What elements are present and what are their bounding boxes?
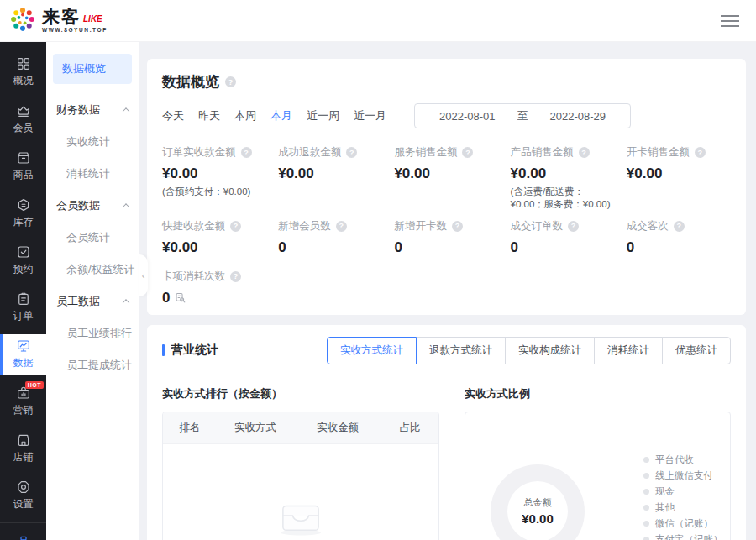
donut-center-label: 总金额 bbox=[524, 496, 552, 509]
sidebar-item-shop[interactable]: 店铺 bbox=[0, 428, 46, 469]
help-icon[interactable]: ? bbox=[462, 147, 473, 158]
submenu-group-label: 员工数据 bbox=[56, 294, 100, 309]
cash-register-icon bbox=[16, 534, 31, 540]
sidebar-item-label: 订单 bbox=[13, 309, 34, 323]
filter-last-week[interactable]: 近一周 bbox=[307, 108, 339, 123]
submenu-item-income-stats[interactable]: 实收统计 bbox=[46, 126, 139, 158]
brand-name: 来客 bbox=[42, 8, 81, 25]
help-icon[interactable]: ? bbox=[674, 221, 685, 232]
filter-today[interactable]: 今天 bbox=[162, 108, 184, 123]
stat-order-income: 订单实收款金额? ¥0.00 (含预约支付：¥0.00) bbox=[162, 145, 266, 211]
sidebar-item-members[interactable]: 会员 bbox=[0, 99, 46, 139]
stat-label: 服务销售金额 bbox=[394, 145, 457, 160]
legend-item[interactable]: 平台代收 bbox=[643, 453, 724, 466]
submenu-group-members[interactable]: 会员数据 bbox=[46, 190, 139, 222]
stat-label: 新增会员数 bbox=[278, 219, 331, 233]
legend-item[interactable]: 其他 bbox=[643, 501, 724, 514]
date-end-input[interactable]: 2022-08-29 bbox=[550, 110, 606, 123]
legend-item[interactable]: 线上微信支付 bbox=[643, 469, 724, 482]
help-icon[interactable]: ? bbox=[230, 271, 241, 282]
stat-subtext: (含预约支付：¥0.00) bbox=[162, 186, 266, 198]
legend-label: 支付宝（记账） bbox=[655, 533, 723, 540]
legend-dot-icon bbox=[643, 489, 649, 495]
stat-card-consume-count: 卡项消耗次数? 0 bbox=[162, 270, 266, 307]
submenu-item-staff-ranking[interactable]: 员工业绩排行 bbox=[46, 317, 139, 349]
legend-dot-icon bbox=[643, 537, 649, 540]
sidebar-item-marketing[interactable]: HOT 营销 bbox=[0, 381, 46, 422]
chevron-up-icon bbox=[123, 299, 129, 306]
sidebar-item-label: 概况 bbox=[13, 74, 34, 88]
legend-item[interactable]: 支付宝（记账） bbox=[643, 533, 724, 540]
date-start-input[interactable]: 2022-08-01 bbox=[439, 110, 496, 123]
stat-value: 0 bbox=[627, 239, 731, 256]
stat-value: ¥0.00 bbox=[511, 165, 615, 182]
stat-label: 快捷收款金额 bbox=[162, 219, 225, 233]
sidebar-item-booking[interactable]: 预约 bbox=[0, 240, 46, 280]
sidebar-item-orders[interactable]: 订单 bbox=[0, 287, 46, 328]
stat-completed-orders: 成交订单数? 0 bbox=[511, 219, 615, 256]
sidebar-item-products[interactable]: 商品 bbox=[0, 146, 46, 186]
help-icon[interactable]: ? bbox=[568, 221, 579, 232]
chart-legend: 平台代收 线上微信支付 现金 其他 微信（记账） 支付宝（记账） POS机（记账… bbox=[643, 453, 724, 540]
chevron-up-icon bbox=[123, 203, 129, 210]
donut-chart: 总金额 ¥0.00 bbox=[491, 464, 585, 540]
tab-refund-method[interactable]: 退款方式统计 bbox=[416, 337, 506, 364]
stat-label: 成交订单数 bbox=[511, 219, 564, 233]
filter-this-week[interactable]: 本周 bbox=[234, 108, 256, 123]
storefront-icon bbox=[16, 433, 31, 448]
submenu-item-balance-stats[interactable]: 余额/权益统计 bbox=[46, 254, 139, 286]
gear-icon bbox=[16, 480, 31, 495]
help-icon[interactable]: ? bbox=[695, 147, 706, 158]
help-icon[interactable]: ? bbox=[230, 221, 241, 232]
submenu-item-member-stats[interactable]: 会员统计 bbox=[46, 222, 139, 254]
help-icon[interactable]: ? bbox=[579, 147, 590, 158]
view-detail-icon[interactable] bbox=[175, 292, 186, 304]
date-range-picker[interactable]: 2022-08-01 至 2022-08-29 bbox=[414, 103, 631, 128]
tab-income-composition[interactable]: 实收构成统计 bbox=[505, 337, 595, 364]
brand-logo[interactable]: 来客 LIKE WWW.8GYUN.TOP bbox=[8, 5, 108, 37]
stat-label: 开卡销售金额 bbox=[627, 145, 690, 160]
crown-icon bbox=[16, 103, 31, 118]
stat-label: 成功退款金额 bbox=[278, 145, 341, 160]
help-icon[interactable]: ? bbox=[452, 221, 463, 232]
submenu-item-staff-commission[interactable]: 员工提成统计 bbox=[46, 349, 139, 381]
legend-item[interactable]: 微信（记账） bbox=[643, 517, 724, 530]
submenu-group-staff[interactable]: 员工数据 bbox=[46, 286, 139, 317]
submenu-item-data-overview[interactable]: 数据概览 bbox=[53, 54, 132, 84]
submenu-group-finance[interactable]: 财务数据 bbox=[46, 94, 139, 126]
legend-dot-icon bbox=[643, 521, 649, 527]
hamburger-menu-icon[interactable] bbox=[717, 10, 743, 32]
sidebar-item-label: 预约 bbox=[13, 262, 34, 276]
help-icon[interactable]: ? bbox=[346, 147, 357, 158]
sidebar-item-cashier[interactable]: 收银台 bbox=[0, 530, 46, 540]
panel-title: 实收方式比例 bbox=[465, 386, 731, 401]
sidebar-item-inventory[interactable]: 库存 bbox=[0, 193, 46, 233]
income-ranking-panel: 实收方式排行（按金额） 排名 实收方式 实收金额 占比 bbox=[162, 386, 439, 540]
stats-tab-group: 实收方式统计 退款方式统计 实收构成统计 消耗统计 优惠统计 bbox=[327, 337, 731, 364]
legend-label: 线上微信支付 bbox=[655, 469, 713, 482]
tab-consumption[interactable]: 消耗统计 bbox=[594, 337, 663, 364]
help-icon[interactable]: ? bbox=[336, 221, 347, 232]
filter-yesterday[interactable]: 昨天 bbox=[198, 108, 220, 123]
tab-discount[interactable]: 优惠统计 bbox=[662, 337, 731, 364]
sidebar-collapse-handle[interactable]: ‹ bbox=[139, 254, 148, 296]
legend-dot-icon bbox=[643, 505, 649, 511]
sidebar-item-settings[interactable]: 设置 bbox=[0, 475, 46, 516]
stat-value: 0 bbox=[394, 239, 498, 256]
filter-last-month[interactable]: 近一月 bbox=[354, 108, 386, 123]
help-icon[interactable]: ? bbox=[225, 76, 236, 87]
sidebar-item-label: 数据 bbox=[13, 356, 34, 370]
filter-this-month[interactable]: 本月 bbox=[270, 108, 292, 123]
submenu-item-consume-stats[interactable]: 消耗统计 bbox=[46, 158, 139, 190]
empty-state: 暂无数据 bbox=[163, 444, 438, 540]
help-icon[interactable]: ? bbox=[241, 147, 252, 158]
tab-income-method[interactable]: 实收方式统计 bbox=[327, 337, 417, 364]
hot-badge: HOT bbox=[25, 381, 44, 389]
section-title: 营业统计 bbox=[171, 343, 218, 358]
business-stats-card: 营业统计 实收方式统计 退款方式统计 实收构成统计 消耗统计 优惠统计 实收方式… bbox=[147, 325, 746, 540]
sidebar-item-overview[interactable]: 概况 bbox=[0, 52, 46, 92]
legend-item[interactable]: 现金 bbox=[643, 485, 724, 498]
sidebar-item-data[interactable]: 数据 bbox=[0, 334, 46, 375]
stat-value: ¥0.00 bbox=[627, 165, 731, 182]
page-title: 数据概览 bbox=[162, 72, 219, 92]
